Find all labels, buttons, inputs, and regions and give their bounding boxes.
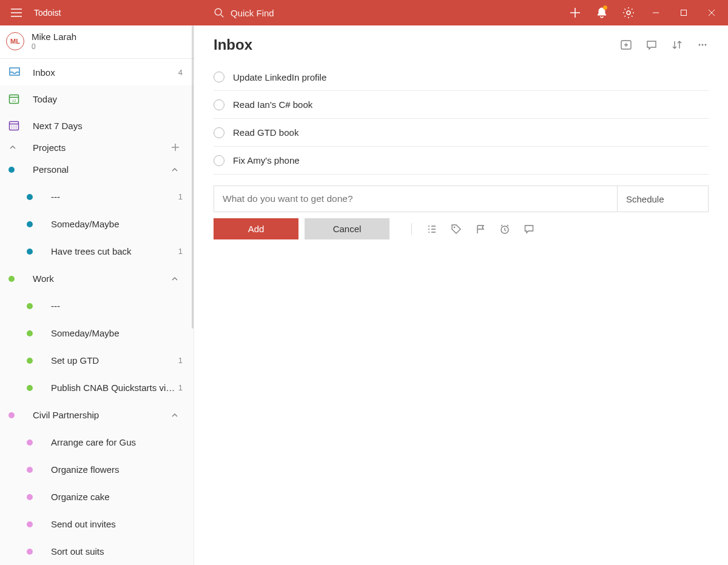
scrollbar[interactable] (192, 25, 194, 329)
comments-button[interactable] (645, 39, 658, 51)
project-color-icon (8, 412, 33, 418)
menu-button[interactable] (7, 4, 25, 22)
task-title: Read Ian's C# book (233, 99, 312, 110)
project-item-label: Organize flowers (51, 464, 185, 475)
add-section-button[interactable] (620, 39, 632, 51)
project-item[interactable]: Organize flowers (0, 456, 194, 483)
sidebar-item-next7days[interactable]: Next 7 Days (0, 112, 194, 139)
more-options-button[interactable] (696, 39, 709, 51)
notifications-button[interactable] (588, 0, 615, 25)
project-item[interactable]: Have trees cut back1 (0, 238, 194, 265)
project-item-count: 1 (178, 192, 185, 201)
search-icon (214, 7, 224, 18)
project-color-icon (8, 167, 33, 173)
chevron-up-icon (8, 143, 33, 152)
avatar: ML (6, 32, 24, 50)
window-maximize-button[interactable] (670, 3, 698, 22)
project-color-icon (27, 303, 51, 309)
sidebar: ML Mike Larah 0 Inbox 4 12 Today (0, 25, 194, 565)
sidebar-item-inbox[interactable]: Inbox 4 (0, 59, 194, 85)
profile-button[interactable]: ML Mike Larah 0 (0, 25, 194, 59)
project-color-icon (27, 549, 51, 555)
project-item-label: Arrange care for Gus (51, 437, 185, 447)
project-item[interactable]: Civil Partnership (0, 401, 194, 429)
project-item[interactable]: Send out invites (0, 510, 194, 538)
task-checkbox[interactable] (214, 99, 224, 110)
add-project-button[interactable] (170, 142, 185, 152)
add-task-button[interactable] (562, 0, 588, 25)
task-row[interactable]: Read Ian's C# book (214, 91, 709, 119)
project-item[interactable]: Set up GTD1 (0, 347, 194, 374)
task-checkbox[interactable] (214, 155, 224, 166)
project-item[interactable]: Personal (0, 156, 194, 183)
project-item[interactable]: ---1 (0, 183, 194, 210)
svg-point-10 (454, 226, 456, 228)
project-color-icon (27, 521, 51, 527)
project-item-label: --- (51, 192, 178, 202)
user-karma: 0 (32, 42, 76, 51)
window-close-button[interactable] (698, 3, 726, 22)
task-row[interactable]: Update LinkedIn profile (214, 63, 709, 91)
project-color-icon (27, 330, 51, 336)
quick-find[interactable]: Quick Find (194, 0, 562, 25)
project-item[interactable]: --- (0, 292, 194, 319)
projects-section-header[interactable]: Projects (0, 139, 194, 156)
project-color-icon (27, 221, 51, 227)
task-title: Update LinkedIn profile (233, 72, 326, 82)
priority-flag-icon[interactable] (475, 224, 486, 235)
project-color-icon (8, 276, 33, 282)
projects-section-label: Projects (33, 142, 170, 153)
sidebar-item-label: Today (33, 94, 185, 104)
project-item-count: 1 (178, 247, 185, 256)
projects-list: Personal---1Someday/MaybeHave trees cut … (0, 156, 194, 565)
project-item-label: Organize cake (51, 492, 185, 502)
project-item[interactable]: Someday/Maybe (0, 319, 194, 347)
project-item-label: Have trees cut back (51, 246, 178, 256)
app-name: Todoist (34, 8, 61, 18)
label-icon[interactable] (451, 224, 462, 235)
task-row[interactable]: Read GTD book (214, 119, 709, 147)
svg-point-8 (702, 44, 704, 46)
project-color-icon (27, 249, 51, 255)
sidebar-item-today[interactable]: 12 Today (0, 85, 194, 112)
task-row[interactable]: Fix Amy's phone (214, 147, 709, 175)
task-title: Fix Amy's phone (233, 155, 300, 165)
project-color-icon (27, 358, 51, 364)
schedule-button[interactable]: Schedule (617, 186, 708, 212)
add-button[interactable]: Add (214, 218, 298, 239)
chevron-up-icon[interactable] (170, 411, 185, 420)
project-item-label: Civil Partnership (33, 410, 170, 420)
task-checkbox[interactable] (214, 72, 224, 82)
project-item[interactable]: Publish CNAB Quickstarts vid...1 (0, 374, 194, 401)
chevron-up-icon[interactable] (170, 275, 185, 283)
project-item-label: Work (33, 273, 170, 284)
cancel-button[interactable]: Cancel (305, 218, 389, 239)
svg-rect-2 (681, 10, 687, 16)
project-item-label: Sort out suits (51, 546, 185, 557)
user-name: Mike Larah (32, 32, 76, 42)
project-color-icon (27, 467, 51, 473)
project-item[interactable]: Work (0, 265, 194, 292)
project-item[interactable]: Arrange care for Gus (0, 429, 194, 456)
sort-button[interactable] (671, 39, 683, 51)
svg-point-7 (699, 44, 701, 46)
reminder-icon[interactable] (499, 224, 510, 235)
comment-icon[interactable] (524, 224, 534, 235)
inbox-icon (8, 67, 33, 78)
project-picker-icon[interactable] (426, 224, 437, 235)
sidebar-item-label: Next 7 Days (33, 121, 185, 131)
project-item[interactable]: Someday/Maybe (0, 210, 194, 238)
settings-button[interactable] (615, 0, 642, 25)
project-item[interactable]: Organize cake (0, 483, 194, 510)
svg-text:12: 12 (12, 98, 17, 103)
quick-add-row: Schedule (214, 186, 709, 212)
project-item-label: Set up GTD (51, 355, 178, 366)
project-color-icon (27, 385, 51, 391)
chevron-up-icon[interactable] (170, 165, 185, 174)
project-item[interactable]: Sort out suits (0, 538, 194, 565)
window-minimize-button[interactable] (642, 3, 670, 22)
quick-add-input[interactable] (214, 186, 617, 212)
task-list: Update LinkedIn profileRead Ian's C# boo… (214, 63, 709, 175)
divider (411, 223, 412, 235)
task-checkbox[interactable] (214, 127, 224, 138)
